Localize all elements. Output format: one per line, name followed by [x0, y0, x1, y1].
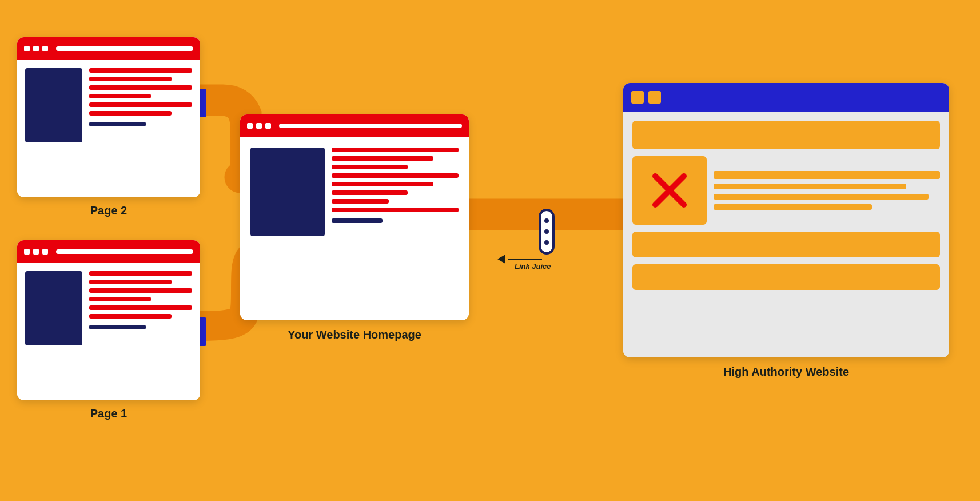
homepage-bottom-line: [332, 218, 383, 223]
homepage-image: [250, 148, 325, 236]
homepage-browser-bar: [240, 114, 469, 137]
auth-row-bottom: [632, 264, 940, 290]
line8: [332, 208, 459, 212]
dot2: [33, 46, 39, 51]
pill-dot1: [544, 218, 549, 223]
dot1: [24, 46, 30, 51]
page2-url-bar: [56, 46, 193, 51]
auth-text-lines: [714, 156, 940, 225]
auth-image: [632, 156, 707, 225]
line4: [89, 297, 151, 301]
line7: [332, 199, 389, 204]
homepage-url-bar: [279, 124, 462, 128]
line5: [89, 305, 192, 310]
dot3: [265, 123, 271, 129]
authority-browser-bar: [623, 83, 949, 112]
page2-image: [25, 68, 82, 142]
line6: [89, 314, 172, 319]
auth-row-mid: [632, 232, 940, 257]
auth-dot2: [648, 91, 661, 104]
arrow-line: [508, 259, 542, 260]
line3: [89, 288, 192, 293]
dot1: [247, 123, 253, 129]
page2-bottom-line: [89, 122, 146, 126]
page1-bottom-line: [89, 325, 146, 329]
dot1: [24, 249, 30, 255]
homepage-lines: [332, 148, 459, 223]
auth-line4: [714, 204, 872, 210]
auth-row-top: [632, 121, 940, 149]
page1-window: [17, 240, 200, 400]
page2-lines: [89, 68, 192, 126]
dot2: [33, 249, 39, 255]
auth-line3: [714, 194, 929, 200]
dot3: [42, 249, 48, 255]
auth-dot1: [631, 91, 644, 104]
link-juice-pill: [539, 209, 555, 255]
homepage-content: [240, 137, 469, 315]
x-icon: [652, 173, 687, 208]
line3: [89, 85, 192, 90]
page2-browser-bar: [17, 37, 200, 60]
page1-lines: [89, 271, 192, 329]
homepage-label: Your Website Homepage: [240, 327, 469, 342]
page1-image: [25, 271, 82, 345]
line5: [89, 102, 192, 107]
homepage-window: [240, 114, 469, 320]
page2-window: [17, 37, 200, 197]
pill-dot2: [544, 229, 549, 234]
dot3: [42, 46, 48, 51]
line2: [89, 280, 172, 284]
arrow-head: [497, 255, 505, 264]
line6: [89, 111, 172, 116]
line4: [332, 173, 459, 178]
line2: [332, 156, 433, 161]
page1-browser-bar: [17, 240, 200, 263]
authority-content: [623, 112, 949, 357]
pill-dot3: [544, 240, 549, 245]
line5: [332, 182, 433, 186]
auth-middle: [632, 156, 940, 225]
authority-label: High Authority Website: [623, 364, 949, 379]
line3: [332, 165, 408, 169]
line1: [89, 271, 192, 276]
auth-line2: [714, 184, 906, 189]
line2: [89, 77, 172, 81]
page2-content: [17, 60, 200, 197]
authority-window: [623, 83, 949, 357]
line4: [89, 94, 151, 98]
line1: [332, 148, 459, 152]
page2-label: Page 2: [17, 203, 200, 218]
link-juice-label: Link Juice: [515, 262, 551, 271]
dot2: [256, 123, 262, 129]
page1-label: Page 1: [17, 406, 200, 421]
line1: [89, 68, 192, 73]
auth-line1: [714, 171, 940, 179]
line6: [332, 190, 408, 195]
page1-content: [17, 263, 200, 400]
page1-url-bar: [56, 249, 193, 254]
